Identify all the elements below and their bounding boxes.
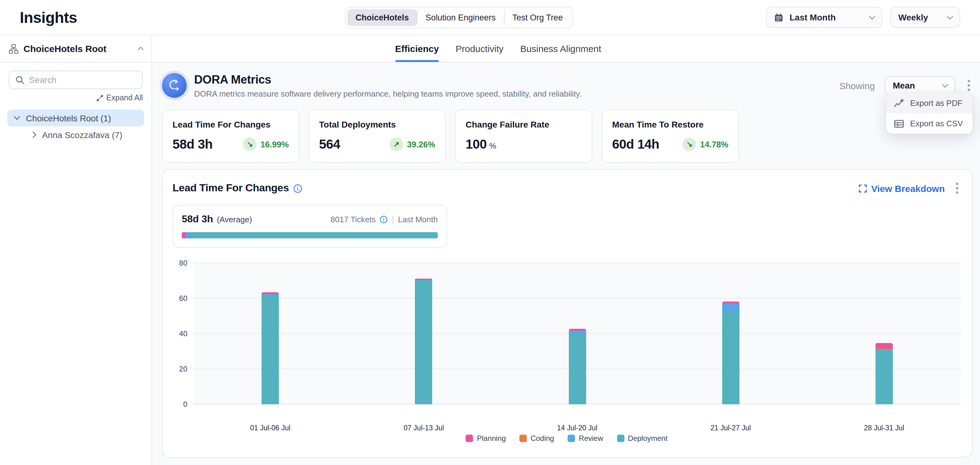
org-tree-sidebar: ChoiceHotels Root Expand All C <box>0 35 152 465</box>
sidebar-header[interactable]: ChoiceHotels Root <box>0 35 151 62</box>
date-range-value: Last Month <box>789 13 836 22</box>
x-tick-label: 21 Jul-27 Jul <box>710 424 751 431</box>
org-tree: ChoiceHotels Root (1) Anna Scozzafava (7… <box>0 110 151 143</box>
tab-productivity[interactable]: Productivity <box>456 35 504 62</box>
expand-all-label: Expand All <box>107 94 143 102</box>
search-icon <box>16 75 24 84</box>
legend-label: Review <box>579 434 603 443</box>
phase-segment-planning <box>182 232 186 238</box>
section-tab-bar: Efficiency Productivity Business Alignme… <box>152 35 980 62</box>
legend-label: Deployment <box>628 434 667 443</box>
export-menu: Export as PDF Export as CSV <box>886 93 972 134</box>
chevron-down-icon[interactable] <box>14 113 20 120</box>
chart-ylabels: 020406080 <box>172 263 194 404</box>
metric-cards-row: Lead Time For Changes 58d 3h ↘ 16.99% To… <box>162 110 972 163</box>
legend-item-deployment[interactable]: Deployment <box>617 434 667 443</box>
card-lead-time-for-changes: Lead Time For Changes 58d 3h ↘ 16.99% <box>162 110 299 163</box>
chevron-right-icon[interactable] <box>30 131 36 138</box>
y-tick-label: 40 <box>179 329 187 338</box>
granularity-value: Weekly <box>898 13 928 22</box>
stacked-bar-1[interactable] <box>261 292 279 404</box>
bar-segment-deployment <box>568 334 586 404</box>
average-value: 58d 3h <box>182 214 213 225</box>
tab-business-alignment[interactable]: Business Alignment <box>520 35 601 62</box>
summary-period: Last Month <box>398 215 438 224</box>
sidebar-search <box>9 70 143 89</box>
bar-segment-deployment <box>261 295 279 404</box>
info-icon[interactable] <box>379 216 387 224</box>
chevron-down-icon <box>869 13 875 19</box>
bar-segment-review <box>568 331 586 334</box>
x-tick-label: 01 Jul-06 Jul <box>250 424 290 431</box>
chart-plot[interactable] <box>194 263 961 404</box>
trend-down-icon: ↘ <box>682 137 696 151</box>
phase-distribution-bar <box>182 232 438 238</box>
y-tick-label: 20 <box>179 365 187 373</box>
granularity-dropdown[interactable]: Weekly <box>890 7 960 28</box>
metric-value: 58d 3h <box>172 137 212 152</box>
legend-item-review[interactable]: Review <box>568 434 603 443</box>
org-tab-test-org-tree[interactable]: Test Org Tree <box>504 9 571 26</box>
export-csv-menu-item[interactable]: Export as CSV <box>886 113 972 134</box>
chevron-down-icon <box>942 81 948 87</box>
x-tick-label: 07 Jul-13 Jul <box>403 424 444 431</box>
legend-item-planning[interactable]: Planning <box>466 434 506 443</box>
legend-label: Planning <box>477 434 506 443</box>
dora-metrics-description: DORA metrics measure software delivery p… <box>194 89 582 98</box>
legend-swatch <box>617 435 624 442</box>
chevron-down-icon <box>947 13 953 19</box>
top-bar-controls: Last Month Weekly <box>766 7 960 28</box>
dora-metrics-title: DORA Metrics <box>194 73 582 86</box>
showing-label: Showing <box>839 80 875 91</box>
tree-item-choicehotels-root[interactable]: ChoiceHotels Root (1) <box>8 110 144 126</box>
stacked-bar-3[interactable] <box>568 329 586 404</box>
insights-app: Insights ChoiceHotels Solution Engineers… <box>0 0 980 465</box>
phase-segment-review <box>186 232 192 238</box>
aggregation-dropdown[interactable]: Mean <box>885 76 955 95</box>
bar-segment-deployment <box>415 281 433 404</box>
tree-item-anna-scozzafava[interactable]: Anna Scozzafava (7) <box>24 126 144 143</box>
calendar-icon <box>774 13 783 22</box>
stacked-bar-2[interactable] <box>415 278 433 404</box>
collapse-sidebar-icon[interactable] <box>138 47 144 53</box>
legend-label: Coding <box>530 434 554 443</box>
bar-segment-planning <box>568 329 586 331</box>
lead-time-summary-card: 58d 3h (Average) 8017 Tickets <box>172 205 447 248</box>
lead-time-more-options-button[interactable] <box>953 180 961 196</box>
dora-more-options-button[interactable] <box>965 77 972 94</box>
dora-metrics-panel: DORA Metrics DORA metrics measure softwa… <box>152 62 980 465</box>
org-tab-solution-engineers[interactable]: Solution Engineers <box>417 9 504 26</box>
y-tick-label: 80 <box>179 259 187 267</box>
stacked-bar-4[interactable] <box>722 302 739 404</box>
divider <box>392 215 393 224</box>
legend-item-coding[interactable]: Coding <box>519 434 554 443</box>
export-pdf-menu-item[interactable]: Export as PDF <box>886 93 972 113</box>
tickets-count: 8017 Tickets <box>331 215 375 224</box>
expand-all-button[interactable]: Expand All <box>0 94 143 102</box>
card-mean-time-to-restore: Mean Time To Restore 60d 14h ↘ 14.78% <box>601 110 739 163</box>
lead-time-chart: 020406080 <box>172 263 961 404</box>
chart-legend: PlanningCodingReviewDeployment <box>172 434 961 443</box>
legend-swatch <box>568 435 575 442</box>
info-icon[interactable] <box>293 184 302 193</box>
bar-segment-deployment <box>722 311 739 404</box>
x-tick-label: 14 Jul-20 Jul <box>557 424 597 431</box>
trend-badge: ↘ 14.78% <box>682 137 729 151</box>
expand-all-icon <box>97 94 103 101</box>
trend-badge: ↗ 39.26% <box>390 137 435 151</box>
tab-efficiency[interactable]: Efficiency <box>395 35 439 62</box>
trend-up-icon: ↗ <box>390 137 403 151</box>
y-tick-label: 60 <box>179 294 187 303</box>
page-title: Insights <box>20 8 77 26</box>
date-range-dropdown[interactable]: Last Month <box>766 7 882 28</box>
trend-badge: ↘ 16.99% <box>243 137 289 151</box>
org-tab-choicehotels[interactable]: ChoiceHotels <box>347 9 417 26</box>
stacked-bar-5[interactable] <box>875 343 893 404</box>
gridline-60 <box>194 298 961 299</box>
org-hierarchy-icon <box>9 44 19 54</box>
legend-swatch <box>466 435 473 442</box>
search-input[interactable] <box>29 75 128 85</box>
view-breakdown-button[interactable]: View Breakdown <box>859 183 945 193</box>
lead-time-panel: Lead Time For Changes <box>162 169 972 457</box>
dora-sprint-icon <box>162 73 187 98</box>
